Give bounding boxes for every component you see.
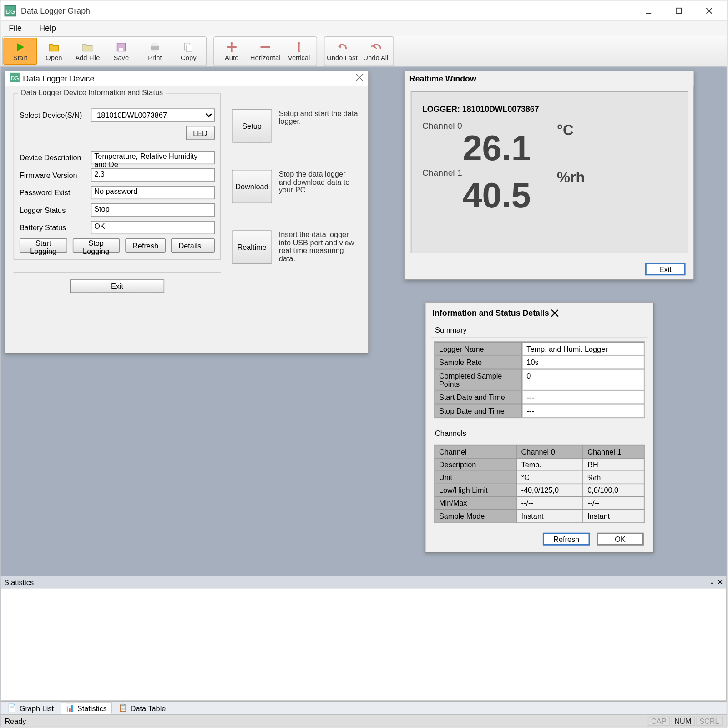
svg-marker-22 <box>269 46 271 49</box>
details-button[interactable]: Details... <box>171 238 215 253</box>
channel1-label: Channel 1 <box>422 168 677 178</box>
tab-datatable[interactable]: 📋 Data Table <box>114 703 170 713</box>
channel1-unit: %rh <box>557 169 585 186</box>
fw-value: 2.3 <box>91 168 215 182</box>
svg-text:DG: DG <box>11 75 19 81</box>
realtime-exit-button[interactable]: Exit <box>645 263 686 275</box>
tab-graphlist[interactable]: 📄 Graph List <box>3 703 58 713</box>
svg-rect-10 <box>152 43 157 46</box>
auto-button[interactable]: Auto <box>215 37 248 64</box>
download-desc: Stop the data logger and download data t… <box>279 170 360 203</box>
titlebar: DG Data Logger Graph <box>0 0 726 20</box>
status-scrl: SCRL <box>696 716 723 726</box>
svg-marker-26 <box>338 44 341 48</box>
info-panel: Information and Status Details Summary L… <box>425 303 654 553</box>
fw-label: Firmware Version <box>20 171 87 179</box>
info-ok-button[interactable]: OK <box>597 533 644 546</box>
start-button[interactable]: Start <box>3 37 37 64</box>
print-button[interactable]: Print <box>138 37 172 64</box>
vertical-button[interactable]: Vertical <box>282 37 316 64</box>
device-exit-button[interactable]: Exit <box>70 279 164 293</box>
device-panel: DG Data Logger Device Data Logger Device… <box>5 71 368 354</box>
channel0-label: Channel 0 <box>422 121 677 131</box>
channels-label: Channels <box>431 428 648 440</box>
svg-text:DG: DG <box>6 8 15 15</box>
close-icon[interactable] <box>355 73 364 83</box>
device-panel-icon: DG <box>10 72 20 85</box>
save-button[interactable]: Save <box>104 37 138 64</box>
horizontal-button[interactable]: Horizontal <box>248 37 282 64</box>
svg-rect-8 <box>119 48 123 51</box>
close-button[interactable] <box>693 1 724 20</box>
menu-file[interactable]: File <box>5 22 25 35</box>
realtime-panel: Realtime Window LOGGER: 181010DWL0073867… <box>404 71 694 280</box>
info-title: Information and Status Details <box>432 308 549 318</box>
device-panel-title: Data Logger Device <box>23 74 94 83</box>
open-button[interactable]: Open <box>37 37 71 64</box>
status-ready: Ready <box>5 717 26 725</box>
svg-marker-17 <box>230 51 233 52</box>
desc-label: Device Description <box>20 153 87 162</box>
channel0-unit: °C <box>557 122 574 139</box>
ls-value: Stop <box>91 203 215 217</box>
minimize-button[interactable] <box>633 1 663 20</box>
app-icon: DG <box>3 4 17 17</box>
pw-value: No password <box>91 186 215 199</box>
copy-button[interactable]: Copy <box>172 37 205 64</box>
svg-rect-9 <box>151 46 159 50</box>
toolbar: Start Open Add File Save Print Copy Auto… <box>0 35 726 66</box>
svg-marker-6 <box>17 43 24 51</box>
undolast-button[interactable]: Undo Last <box>325 37 359 64</box>
realtime-title: Realtime Window <box>410 74 476 83</box>
svg-rect-11 <box>152 50 157 52</box>
pin-icon[interactable]: ▫ <box>711 578 713 586</box>
channel1-value: 40.5 <box>422 178 677 213</box>
app-title: Data Logger Graph <box>21 6 90 15</box>
info-refresh-button[interactable]: Refresh <box>543 533 590 546</box>
start-logging-button[interactable]: Start Logging <box>20 238 67 253</box>
undoall-button[interactable]: Undo All <box>359 37 393 64</box>
realtime-logger-label: LOGGER: 181010DWL0073867 <box>422 104 677 114</box>
refresh-button[interactable]: Refresh <box>125 238 166 253</box>
stop-logging-button[interactable]: Stop Logging <box>72 238 120 253</box>
status-cap: CAP <box>648 716 670 726</box>
svg-marker-16 <box>230 42 233 44</box>
select-device-label: Select Device(S/N) <box>20 111 87 119</box>
svg-marker-21 <box>260 46 262 49</box>
channel0-value: 26.1 <box>422 131 677 166</box>
bs-value: OK <box>91 221 215 234</box>
maximize-button[interactable] <box>663 1 694 20</box>
summary-grid: Logger NameTemp. and Humi. Logger Sample… <box>434 341 645 418</box>
select-device-dropdown[interactable]: 181010DWL0073867 <box>91 108 215 122</box>
setup-desc: Setup and start the data logger. <box>279 109 360 143</box>
channels-grid: ChannelChannel 0Channel 1 DescriptionTem… <box>434 445 645 523</box>
svg-rect-3 <box>676 8 681 13</box>
bottom-tabs: 📄 Graph List 📊 Statistics 📋 Data Table <box>0 701 726 715</box>
ls-label: Logger Status <box>20 206 87 214</box>
realtime-desc: Insert the data logger into USB port,and… <box>279 230 360 264</box>
tab-statistics[interactable]: 📊 Statistics <box>61 703 112 714</box>
menubar: File Help <box>0 21 726 36</box>
statusbar: Ready CAP NUM SCRL <box>0 714 726 727</box>
info-close-icon[interactable] <box>549 307 561 319</box>
statistics-title: Statistics <box>4 578 34 586</box>
svg-marker-24 <box>298 42 300 44</box>
workspace: DG Data Logger Device Data Logger Device… <box>0 67 726 727</box>
device-group-label: Data Logger Device Information and Statu… <box>18 88 166 96</box>
desc-value: Temperature, Relative Humidity and De <box>91 151 215 165</box>
stats-close-icon[interactable]: ✕ <box>717 578 723 586</box>
summary-label: Summary <box>431 324 648 337</box>
download-button[interactable]: Download <box>232 170 272 203</box>
led-button[interactable]: LED <box>186 126 215 140</box>
status-num: NUM <box>671 716 695 726</box>
setup-button[interactable]: Setup <box>232 109 272 143</box>
svg-rect-13 <box>187 45 192 52</box>
statistics-pane: Statistics ▫ ✕ <box>0 576 726 701</box>
svg-marker-25 <box>298 51 300 52</box>
addfile-button[interactable]: Add File <box>71 37 104 64</box>
svg-marker-19 <box>235 46 237 49</box>
bs-label: Battery Status <box>20 223 87 232</box>
realtime-button[interactable]: Realtime <box>232 230 272 264</box>
menu-help[interactable]: Help <box>35 22 60 35</box>
pw-label: Password Exist <box>20 188 87 197</box>
